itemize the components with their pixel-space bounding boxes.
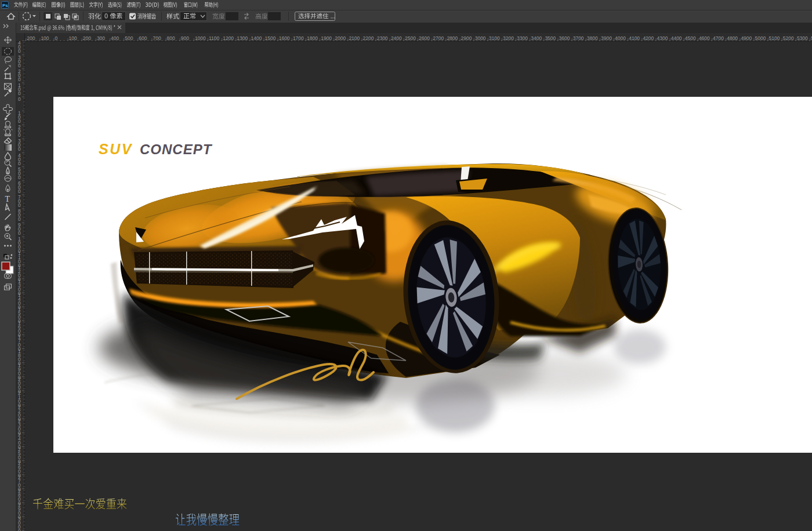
svg-text:5300: 5300 [797, 35, 808, 41]
svg-text:500: 500 [125, 35, 133, 41]
svg-text:400: 400 [111, 35, 119, 41]
svg-text:SUV: SUV [99, 141, 133, 157]
svg-text:1300: 1300 [237, 35, 248, 41]
svg-text:0: 0 [18, 161, 21, 166]
svg-text:100: 100 [41, 35, 49, 41]
svg-text:0: 0 [18, 230, 21, 236]
svg-text:3800: 3800 [587, 35, 598, 41]
svg-text:Ps: Ps [2, 3, 8, 8]
svg-text:0: 0 [18, 90, 21, 96]
svg-text:1400: 1400 [251, 35, 262, 41]
svg-text:2300: 2300 [377, 35, 388, 41]
svg-text:3600: 3600 [559, 35, 570, 41]
svg-text:2900: 2900 [461, 35, 472, 41]
svg-text:0: 0 [18, 132, 21, 138]
svg-text:3300: 3300 [517, 35, 528, 41]
svg-text:1100: 1100 [209, 35, 220, 41]
svg-text:4800: 4800 [727, 35, 738, 41]
svg-text:2800: 2800 [447, 35, 458, 41]
svg-text:4400: 4400 [671, 35, 682, 41]
svg-text:2600: 2600 [419, 35, 430, 41]
svg-text:3200: 3200 [503, 35, 514, 41]
svg-text:900: 900 [181, 35, 189, 41]
svg-text:3400: 3400 [531, 35, 542, 41]
svg-text:3900: 3900 [601, 35, 612, 41]
svg-text:4900: 4900 [741, 35, 752, 41]
svg-text:2000: 2000 [335, 35, 346, 41]
svg-text:0: 0 [18, 48, 21, 54]
svg-text:100: 100 [69, 35, 77, 41]
svg-text:4300: 4300 [657, 35, 668, 41]
svg-text:200: 200 [27, 35, 35, 41]
svg-text:5100: 5100 [769, 35, 780, 41]
svg-text:4200: 4200 [643, 35, 654, 41]
svg-text:300: 300 [97, 35, 105, 41]
svg-text:0: 0 [18, 202, 21, 208]
svg-text:0: 0 [18, 63, 21, 68]
svg-text:1800: 1800 [307, 35, 318, 41]
svg-text:1500: 1500 [265, 35, 276, 41]
svg-text:0: 0 [18, 188, 21, 194]
svg-text:0: 0 [55, 35, 58, 41]
svg-text:5000: 5000 [755, 35, 766, 41]
svg-text:1900: 1900 [321, 35, 332, 41]
svg-text:0: 0 [18, 216, 21, 222]
svg-text:200: 200 [83, 35, 91, 41]
svg-text:0: 0 [18, 118, 21, 124]
svg-text:0: 0 [18, 77, 21, 82]
svg-text:3500: 3500 [545, 35, 556, 41]
svg-text:2100: 2100 [349, 35, 360, 41]
svg-text:0: 0 [18, 146, 21, 152]
svg-text:2700: 2700 [433, 35, 444, 41]
svg-text:0: 0 [18, 96, 21, 102]
svg-text:1700: 1700 [293, 35, 304, 41]
svg-text:0: 0 [18, 174, 21, 180]
svg-text:700: 700 [153, 35, 161, 41]
svg-text:4000: 4000 [615, 35, 626, 41]
svg-text:2200: 2200 [363, 35, 374, 41]
svg-text:CONCEPT: CONCEPT [140, 141, 213, 157]
svg-text:4500: 4500 [685, 35, 696, 41]
svg-text:800: 800 [167, 35, 175, 41]
svg-text:2500: 2500 [405, 35, 416, 41]
svg-text:3100: 3100 [489, 35, 500, 41]
svg-text:T: T [5, 195, 10, 203]
svg-text:3700: 3700 [573, 35, 584, 41]
svg-text:5200: 5200 [783, 35, 794, 41]
svg-text:1000: 1000 [195, 35, 206, 41]
svg-text:1600: 1600 [279, 35, 290, 41]
svg-text:4700: 4700 [713, 35, 724, 41]
svg-text:4100: 4100 [629, 35, 640, 41]
svg-text:4600: 4600 [699, 35, 710, 41]
svg-text:2400: 2400 [391, 35, 402, 41]
svg-text:600: 600 [139, 35, 147, 41]
svg-text:1200: 1200 [223, 35, 234, 41]
svg-text:3000: 3000 [475, 35, 486, 41]
